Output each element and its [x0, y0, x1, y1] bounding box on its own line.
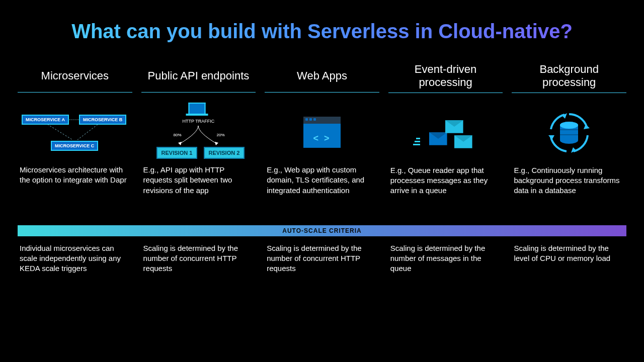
svg-marker-8 — [562, 113, 567, 119]
envelope-icon — [454, 135, 472, 148]
pct-20: 20% — [217, 133, 225, 137]
scale-desc: Scaling is determined by the number of c… — [265, 243, 379, 274]
revision-2-box: REVISION 2 — [204, 147, 245, 159]
col-header: Event-driven processing — [388, 63, 503, 93]
col-header: Background processing — [512, 63, 626, 93]
col-description: E.g., Queue reader app that processes me… — [388, 165, 503, 196]
svg-line-1 — [77, 123, 100, 140]
svg-rect-13 — [560, 129, 578, 130]
svg-rect-14 — [560, 134, 578, 135]
microservices-diagram: MICROSERVICE A MICROSERVICE B MICROSERVI… — [18, 100, 132, 165]
svg-marker-3 — [178, 142, 182, 145]
scale-desc: Scaling is determined by the level of CP… — [512, 243, 626, 274]
col-description: E.g., API app with HTTP requests split b… — [141, 165, 256, 196]
col-public-api: Public API endpoints HTTP TRAFFIC 80% 20… — [141, 63, 256, 196]
col-header: Public API endpoints — [141, 63, 256, 92]
divider — [388, 93, 503, 93]
divider — [265, 92, 379, 93]
webapp-diagram: < > — [265, 100, 379, 165]
slide-title: What can you build with Serverless in Cl… — [18, 20, 626, 43]
divider — [512, 93, 626, 93]
divider — [141, 92, 256, 93]
columns-row: Microservices MICROSERVICE A MICROSERVIC… — [18, 63, 626, 196]
col-description: E.g., Web app with custom domain, TLS ce… — [265, 165, 379, 196]
background-diagram — [512, 100, 626, 165]
revision-1-box: REVISION 1 — [156, 147, 198, 159]
scale-desc: Scaling is determined by the number of c… — [141, 243, 256, 274]
col-event-driven: Event-driven processing E.g., Queue read… — [388, 63, 503, 196]
connector-lines-icon — [17, 100, 133, 165]
col-header: Microservices — [18, 63, 132, 92]
event-diagram — [388, 100, 503, 165]
database-cycle-icon — [546, 110, 592, 155]
pct-80: 80% — [174, 133, 182, 137]
svg-marker-6 — [571, 147, 576, 153]
svg-marker-4 — [215, 142, 218, 145]
svg-line-0 — [45, 123, 72, 140]
scale-row: Individual microservices can scale indep… — [18, 243, 626, 274]
col-web-apps: Web Apps < > E.g., Web app with custom d… — [265, 63, 379, 196]
envelope-icon — [445, 120, 463, 133]
col-header: Web Apps — [265, 63, 379, 92]
browser-icon: < > — [303, 117, 341, 148]
microservice-c-box: MICROSERVICE C — [51, 141, 98, 151]
col-description: Microservices architecture with the opti… — [18, 165, 132, 186]
divider — [18, 92, 132, 93]
col-description: E.g., Continuously running background pr… — [512, 165, 626, 196]
svg-marker-7 — [548, 135, 554, 140]
microservice-b-box: MICROSERVICE B — [79, 115, 126, 125]
microservice-a-box: MICROSERVICE A — [22, 115, 69, 125]
api-diagram: HTTP TRAFFIC 80% 20% REVISION 1 REVISION… — [141, 100, 256, 165]
speed-lines-icon — [413, 136, 420, 147]
envelope-icon — [429, 132, 447, 145]
scale-desc: Individual microservices can scale indep… — [18, 243, 132, 274]
autoscale-bar: AUTO-SCALE CRITERIA — [18, 225, 626, 236]
col-microservices: Microservices MICROSERVICE A MICROSERVIC… — [18, 63, 132, 196]
col-background: Background processing — [512, 63, 626, 196]
svg-point-12 — [560, 122, 578, 129]
code-icon: < > — [313, 133, 331, 144]
scale-desc: Scaling is determined by the number of m… — [388, 243, 503, 274]
svg-point-11 — [560, 137, 578, 144]
